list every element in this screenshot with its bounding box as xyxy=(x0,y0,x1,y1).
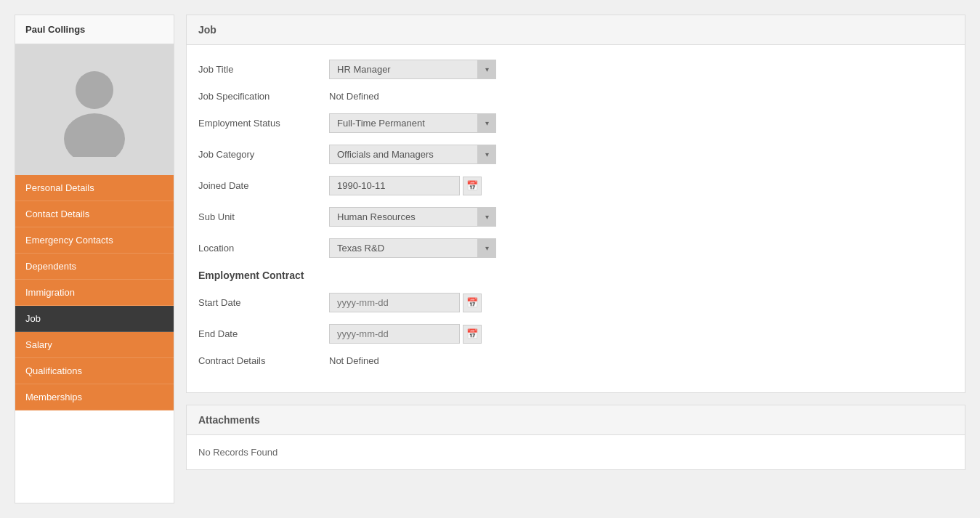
employment-status-row: Employment Status Full-Time Permanent ▾ xyxy=(198,113,953,133)
start-date-input[interactable] xyxy=(329,293,460,312)
attachments-section-title: Attachments xyxy=(187,405,965,435)
sub-unit-label: Sub Unit xyxy=(198,211,329,222)
location-row: Location Texas R&D ▾ xyxy=(198,238,953,258)
end-date-wrapper: 📅 xyxy=(329,324,482,344)
sidebar-item-personal-details[interactable]: Personal Details xyxy=(15,175,174,201)
joined-date-calendar-button[interactable]: 📅 xyxy=(463,177,482,195)
job-section-title: Job xyxy=(187,15,965,45)
sidebar-nav: Personal Details Contact Details Emergen… xyxy=(15,175,174,410)
sidebar-item-salary[interactable]: Salary xyxy=(15,332,174,358)
sub-unit-select[interactable]: Human Resources xyxy=(329,207,496,227)
end-date-calendar-button[interactable]: 📅 xyxy=(463,325,482,344)
no-records-text: No Records Found xyxy=(187,435,965,469)
svg-point-1 xyxy=(64,113,125,157)
job-spec-value: Not Defined xyxy=(329,91,379,102)
joined-date-label: Joined Date xyxy=(198,180,329,191)
job-title-label: Job Title xyxy=(198,64,329,75)
start-date-label: Start Date xyxy=(198,297,329,308)
calendar-icon: 📅 xyxy=(466,180,478,191)
sidebar: Paul Collings Personal Details Contact D… xyxy=(15,15,174,503)
joined-date-input[interactable] xyxy=(329,176,460,195)
sidebar-username: Paul Collings xyxy=(15,15,174,44)
attachments-section: Attachments No Records Found xyxy=(186,405,965,470)
joined-date-row: Joined Date 📅 xyxy=(198,176,953,195)
employment-contract-title: Employment Contract xyxy=(198,270,953,281)
start-date-calendar-button[interactable]: 📅 xyxy=(463,294,482,312)
sidebar-item-emergency-contacts[interactable]: Emergency Contacts xyxy=(15,227,174,254)
joined-date-wrapper: 📅 xyxy=(329,176,482,195)
avatar-area xyxy=(15,44,174,175)
job-category-label: Job Category xyxy=(198,149,329,160)
contract-details-row: Contract Details Not Defined xyxy=(198,355,953,366)
employment-status-label: Employment Status xyxy=(198,118,329,129)
job-spec-row: Job Specification Not Defined xyxy=(198,91,953,102)
job-category-select-wrapper: Officials and Managers ▾ xyxy=(329,145,496,164)
sidebar-item-contact-details[interactable]: Contact Details xyxy=(15,201,174,227)
main-content: Job Job Title HR Manager ▾ Job Specifica… xyxy=(186,15,965,503)
end-date-label: End Date xyxy=(198,328,329,339)
job-spec-label: Job Specification xyxy=(198,91,329,102)
job-title-select[interactable]: HR Manager xyxy=(329,60,496,79)
sub-unit-row: Sub Unit Human Resources ▾ xyxy=(198,207,953,227)
location-select[interactable]: Texas R&D xyxy=(329,238,496,258)
location-select-wrapper: Texas R&D ▾ xyxy=(329,238,496,258)
job-section-body: Job Title HR Manager ▾ Job Specification… xyxy=(187,45,965,392)
contract-details-label: Contract Details xyxy=(198,355,329,366)
employment-status-select-wrapper: Full-Time Permanent ▾ xyxy=(329,113,496,133)
calendar-icon: 📅 xyxy=(466,297,478,308)
calendar-icon: 📅 xyxy=(466,328,478,339)
start-date-row: Start Date 📅 xyxy=(198,293,953,312)
job-category-row: Job Category Officials and Managers ▾ xyxy=(198,145,953,164)
sidebar-item-immigration[interactable]: Immigration xyxy=(15,280,174,306)
sidebar-item-qualifications[interactable]: Qualifications xyxy=(15,358,174,384)
sidebar-item-memberships[interactable]: Memberships xyxy=(15,384,174,410)
sidebar-item-job[interactable]: Job xyxy=(15,306,174,332)
location-label: Location xyxy=(198,243,329,254)
job-title-select-wrapper: HR Manager ▾ xyxy=(329,60,496,79)
job-category-select[interactable]: Officials and Managers xyxy=(329,145,496,164)
sub-unit-select-wrapper: Human Resources ▾ xyxy=(329,207,496,227)
job-title-row: Job Title HR Manager ▾ xyxy=(198,60,953,79)
start-date-wrapper: 📅 xyxy=(329,293,482,312)
contract-details-value: Not Defined xyxy=(329,355,379,366)
job-section: Job Job Title HR Manager ▾ Job Specifica… xyxy=(186,15,965,393)
end-date-row: End Date 📅 xyxy=(198,324,953,344)
sidebar-item-dependents[interactable]: Dependents xyxy=(15,254,174,280)
avatar xyxy=(58,62,131,157)
employment-status-select[interactable]: Full-Time Permanent xyxy=(329,113,496,133)
end-date-input[interactable] xyxy=(329,324,460,344)
svg-point-0 xyxy=(76,71,113,109)
